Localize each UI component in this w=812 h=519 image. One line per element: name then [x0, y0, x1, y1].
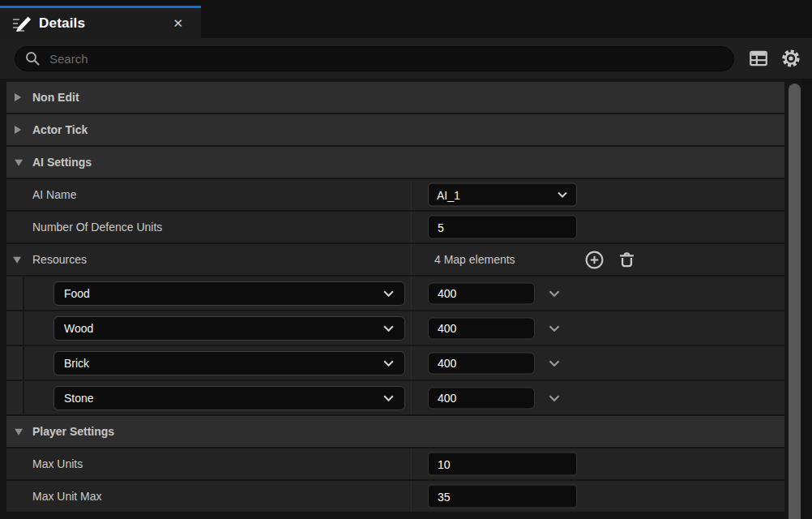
array-indent-handle[interactable] — [6, 311, 23, 345]
array-indent-handle[interactable] — [6, 381, 23, 414]
add-element-button[interactable] — [583, 249, 605, 270]
column-divider[interactable] — [411, 381, 412, 414]
expand-element-chevron-icon[interactable] — [546, 285, 562, 302]
resource-amount-input[interactable] — [428, 317, 535, 339]
property-row-resources[interactable]: Resources 4 Map elements — [6, 244, 784, 275]
resource-type-selected: Brick — [64, 357, 382, 370]
column-divider[interactable] — [411, 311, 412, 345]
chevron-down-icon — [382, 290, 395, 298]
expand-element-chevron-icon[interactable] — [546, 355, 562, 371]
search-row — [0, 38, 812, 79]
column-divider[interactable] — [411, 481, 412, 512]
resource-type-selected: Stone — [64, 392, 382, 405]
ai-name-dropdown[interactable]: AI_1 — [428, 183, 577, 207]
column-divider[interactable] — [411, 448, 412, 479]
expanded-arrow-icon — [15, 160, 23, 166]
gear-icon — [780, 48, 801, 69]
section-header-actor-tick[interactable]: Actor Tick — [6, 114, 784, 145]
section-label: Non Edit — [32, 91, 79, 104]
defence-units-input[interactable] — [428, 216, 577, 239]
property-row-defence-units: Number Of Defence Units — [6, 212, 784, 242]
max-unit-max-input[interactable] — [428, 485, 577, 508]
plus-circle-icon — [584, 250, 605, 270]
section-header-ai-settings[interactable]: AI Settings — [6, 147, 784, 178]
array-indent-handle[interactable] — [6, 277, 23, 310]
chevron-down-icon — [382, 394, 395, 402]
property-row-max-unit-max: Max Unit Max — [6, 481, 784, 512]
chevron-down-icon — [382, 359, 395, 367]
resource-row-food: Food — [6, 277, 784, 310]
table-grid-icon — [748, 48, 769, 69]
scrollbar-thumb[interactable] — [788, 84, 801, 519]
section-header-non-edit[interactable]: Non Edit — [6, 82, 784, 113]
resource-row-stone: Stone — [6, 381, 784, 414]
details-property-list: Non Edit Actor Tick AI Settings AI Name … — [0, 79, 784, 513]
table-view-button[interactable] — [747, 47, 770, 70]
resource-amount-input[interactable] — [428, 352, 535, 374]
tab-bar: Details ✕ — [0, 0, 812, 38]
column-divider[interactable] — [411, 277, 412, 310]
chevron-down-icon — [557, 191, 568, 199]
search-icon — [25, 51, 40, 66]
column-divider[interactable] — [411, 244, 412, 275]
expanded-arrow-icon — [13, 257, 21, 264]
map-elements-count: 4 Map elements — [434, 253, 515, 266]
expanded-arrow-icon — [15, 429, 23, 435]
trash-icon — [617, 250, 637, 270]
tab-title: Details — [39, 15, 158, 32]
max-units-input[interactable] — [428, 453, 577, 476]
expand-element-chevron-icon[interactable] — [546, 320, 562, 337]
property-label: Resources — [32, 253, 87, 266]
settings-button[interactable] — [780, 47, 802, 70]
search-input[interactable] — [49, 52, 724, 66]
resource-amount-input[interactable] — [428, 387, 535, 409]
collapsed-arrow-icon — [15, 93, 21, 101]
resource-type-selected: Wood — [64, 322, 382, 335]
property-label: Number Of Defence Units — [32, 221, 162, 234]
column-divider[interactable] — [411, 212, 412, 242]
resource-type-dropdown[interactable]: Stone — [53, 386, 405, 410]
column-divider[interactable] — [411, 346, 412, 380]
array-indent-handle[interactable] — [6, 346, 23, 380]
search-box[interactable] — [15, 46, 734, 71]
property-label: AI Name — [32, 188, 76, 201]
resource-amount-input[interactable] — [428, 282, 535, 304]
details-pencil-icon — [11, 15, 31, 32]
collapsed-arrow-icon — [15, 126, 21, 134]
tab-close-icon[interactable]: ✕ — [166, 16, 190, 31]
property-label: Max Units — [32, 457, 83, 470]
delete-elements-button[interactable] — [616, 249, 637, 270]
resource-type-dropdown[interactable]: Food — [53, 281, 405, 306]
section-label: Player Settings — [32, 425, 114, 438]
resource-row-brick: Brick — [6, 346, 784, 380]
property-row-ai-name: AI Name AI_1 — [6, 179, 784, 210]
resource-type-selected: Food — [64, 287, 382, 300]
ai-name-selected-value: AI_1 — [437, 188, 557, 201]
expand-element-chevron-icon[interactable] — [546, 390, 562, 406]
chevron-down-icon — [382, 324, 395, 332]
section-header-player-settings[interactable]: Player Settings — [6, 416, 784, 447]
resource-type-dropdown[interactable]: Wood — [53, 316, 405, 341]
resource-row-wood: Wood — [6, 311, 784, 345]
section-label: AI Settings — [32, 156, 92, 169]
section-label: Actor Tick — [32, 123, 88, 136]
resource-type-dropdown[interactable]: Brick — [53, 351, 405, 375]
scrollbar-track[interactable] — [802, 79, 812, 519]
column-divider[interactable] — [411, 179, 412, 210]
property-label: Max Unit Max — [32, 490, 102, 503]
property-row-max-units: Max Units — [6, 448, 784, 479]
tab-details[interactable]: Details ✕ — [0, 6, 201, 38]
